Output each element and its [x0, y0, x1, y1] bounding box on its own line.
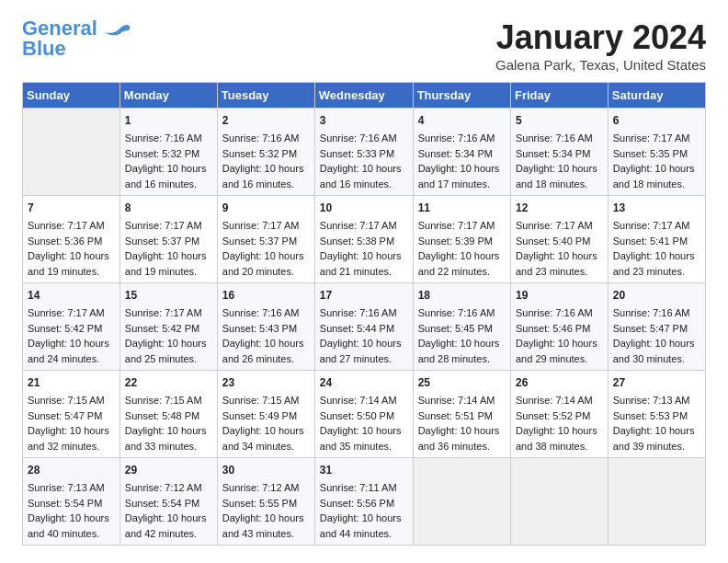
day-info: Sunset: 5:37 PM: [125, 234, 212, 249]
day-info: Sunrise: 7:16 AM: [320, 305, 408, 321]
day-info: Sunrise: 7:14 AM: [516, 393, 603, 408]
day-cell: 7Sunrise: 7:17 AMSunset: 5:36 PMDaylight…: [23, 196, 120, 283]
month-title: January 2024: [495, 18, 706, 57]
day-info: Sunrise: 7:13 AM: [613, 393, 700, 408]
day-number: 8: [125, 200, 212, 216]
col-header-thursday: Thursday: [413, 83, 510, 109]
day-info: Daylight: 10 hours: [222, 336, 310, 351]
day-info: Daylight: 10 hours: [320, 248, 408, 264]
day-cell: 31Sunrise: 7:11 AMSunset: 5:56 PMDayligh…: [314, 458, 413, 546]
day-info: and 23 minutes.: [613, 264, 700, 280]
day-info: Sunset: 5:39 PM: [418, 234, 506, 249]
day-number: 13: [613, 200, 700, 216]
day-number: 16: [222, 287, 310, 304]
day-info: Sunset: 5:42 PM: [28, 321, 115, 337]
day-info: Daylight: 10 hours: [125, 511, 212, 526]
day-info: Sunset: 5:47 PM: [28, 408, 115, 424]
day-info: Sunrise: 7:16 AM: [222, 305, 310, 321]
day-info: and 34 minutes.: [222, 439, 310, 454]
day-info: and 43 minutes.: [222, 526, 310, 542]
day-cell: 11Sunrise: 7:17 AMSunset: 5:39 PMDayligh…: [413, 196, 510, 283]
day-info: Daylight: 10 hours: [28, 336, 115, 351]
day-info: Sunset: 5:36 PM: [28, 234, 115, 249]
day-info: Sunrise: 7:15 AM: [28, 393, 115, 408]
day-info: Sunrise: 7:16 AM: [516, 131, 603, 146]
day-info: and 42 minutes.: [125, 526, 212, 542]
day-info: and 29 minutes.: [516, 351, 603, 367]
day-info: Sunrise: 7:13 AM: [28, 480, 115, 496]
day-info: Daylight: 10 hours: [516, 336, 603, 351]
day-info: Sunset: 5:47 PM: [613, 321, 700, 337]
day-number: 12: [516, 200, 603, 216]
day-info: Sunset: 5:41 PM: [613, 234, 700, 249]
day-info: and 26 minutes.: [222, 351, 310, 367]
calendar-table: SundayMondayTuesdayWednesdayThursdayFrid…: [22, 82, 706, 546]
day-info: Sunrise: 7:16 AM: [516, 305, 603, 321]
day-info: Daylight: 10 hours: [320, 161, 408, 177]
day-info: Sunrise: 7:14 AM: [418, 393, 506, 408]
day-info: and 33 minutes.: [125, 439, 212, 454]
day-info: Sunrise: 7:17 AM: [125, 218, 212, 234]
title-block: January 2024 Galena Park, Texas, United …: [495, 18, 706, 73]
day-number: 14: [28, 287, 115, 304]
day-info: Sunset: 5:35 PM: [613, 146, 700, 162]
day-number: 31: [320, 462, 408, 478]
day-cell: 23Sunrise: 7:15 AMSunset: 5:49 PMDayligh…: [217, 371, 314, 458]
day-number: 11: [418, 200, 506, 216]
day-info: and 16 minutes.: [222, 177, 310, 192]
day-info: Daylight: 10 hours: [418, 161, 506, 177]
day-info: Sunrise: 7:17 AM: [418, 218, 506, 234]
day-info: Daylight: 10 hours: [125, 336, 212, 351]
day-number: 19: [516, 287, 603, 304]
day-info: Daylight: 10 hours: [28, 511, 115, 526]
logo-text: General Blue: [22, 18, 97, 59]
day-cell: [608, 458, 705, 546]
day-info: and 23 minutes.: [516, 264, 603, 280]
day-number: 30: [222, 462, 310, 478]
day-info: Daylight: 10 hours: [418, 336, 506, 351]
day-number: 29: [125, 462, 212, 478]
day-info: Sunset: 5:40 PM: [516, 234, 603, 249]
day-cell: 26Sunrise: 7:14 AMSunset: 5:52 PMDayligh…: [510, 371, 608, 458]
day-cell: 19Sunrise: 7:16 AMSunset: 5:46 PMDayligh…: [510, 283, 608, 371]
day-cell: 15Sunrise: 7:17 AMSunset: 5:42 PMDayligh…: [119, 283, 217, 371]
day-info: Sunset: 5:45 PM: [418, 321, 506, 337]
day-number: 15: [125, 287, 212, 304]
day-number: 1: [125, 112, 212, 129]
logo: General Blue: [22, 18, 131, 59]
day-info: and 44 minutes.: [320, 526, 408, 542]
day-info: Sunrise: 7:17 AM: [613, 218, 700, 234]
day-number: 5: [516, 112, 603, 129]
day-info: Daylight: 10 hours: [320, 511, 408, 526]
col-header-sunday: Sunday: [23, 83, 120, 109]
day-info: Sunset: 5:52 PM: [516, 408, 603, 424]
calendar-header-row: SundayMondayTuesdayWednesdayThursdayFrid…: [23, 83, 706, 109]
day-info: Sunset: 5:46 PM: [516, 321, 603, 337]
day-info: Sunrise: 7:15 AM: [125, 393, 212, 408]
day-number: 18: [418, 287, 506, 304]
day-info: Daylight: 10 hours: [320, 423, 408, 439]
day-number: 6: [613, 112, 700, 129]
day-cell: 6Sunrise: 7:17 AMSunset: 5:35 PMDaylight…: [608, 109, 705, 196]
day-info: Daylight: 10 hours: [418, 423, 506, 439]
day-info: Sunrise: 7:15 AM: [222, 393, 310, 408]
day-number: 27: [613, 374, 700, 391]
day-cell: 22Sunrise: 7:15 AMSunset: 5:48 PMDayligh…: [119, 371, 217, 458]
day-info: and 36 minutes.: [418, 439, 506, 454]
day-cell: 13Sunrise: 7:17 AMSunset: 5:41 PMDayligh…: [608, 196, 705, 283]
col-header-tuesday: Tuesday: [217, 83, 314, 109]
day-info: Sunrise: 7:17 AM: [28, 218, 115, 234]
day-info: Sunset: 5:54 PM: [125, 496, 212, 511]
day-info: Sunrise: 7:17 AM: [125, 305, 212, 321]
day-info: Sunset: 5:33 PM: [320, 146, 408, 162]
col-header-friday: Friday: [510, 83, 608, 109]
day-info: and 39 minutes.: [613, 439, 700, 454]
day-cell: 2Sunrise: 7:16 AMSunset: 5:32 PMDaylight…: [217, 109, 314, 196]
day-cell: 18Sunrise: 7:16 AMSunset: 5:45 PMDayligh…: [413, 283, 510, 371]
col-header-wednesday: Wednesday: [314, 83, 413, 109]
day-cell: 8Sunrise: 7:17 AMSunset: 5:37 PMDaylight…: [119, 196, 217, 283]
day-info: Sunset: 5:54 PM: [28, 496, 115, 511]
day-cell: 17Sunrise: 7:16 AMSunset: 5:44 PMDayligh…: [314, 283, 413, 371]
day-number: 3: [320, 112, 408, 129]
day-cell: 16Sunrise: 7:16 AMSunset: 5:43 PMDayligh…: [217, 283, 314, 371]
